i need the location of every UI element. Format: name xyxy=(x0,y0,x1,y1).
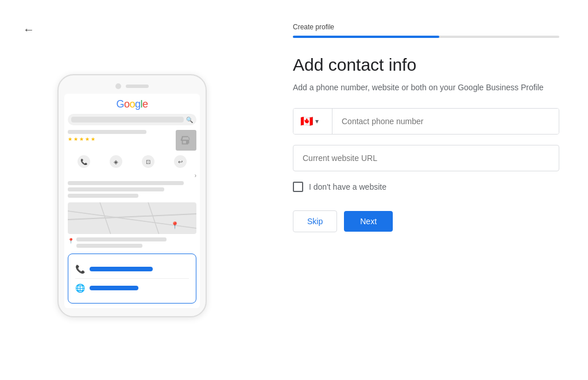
call-icon-mock: 📞 xyxy=(78,155,90,168)
progress-bar-fill xyxy=(293,36,439,38)
business-card-mock: ★ ★ ★ ★ ★ xyxy=(68,130,196,151)
next-button[interactable]: Next xyxy=(344,211,393,232)
phone-contact-line xyxy=(90,267,153,271)
svg-line-3 xyxy=(148,202,159,234)
star-3: ★ xyxy=(79,136,84,142)
phone-speaker xyxy=(126,85,149,88)
business-info-mock: ★ ★ ★ ★ ★ xyxy=(68,130,172,144)
progress-bar-container xyxy=(293,36,559,38)
back-button[interactable]: ← xyxy=(23,23,34,36)
phone-camera xyxy=(115,83,121,89)
page-title: Add contact info xyxy=(293,55,559,75)
svg-line-0 xyxy=(68,214,196,220)
share-icon-mock: ↩ xyxy=(174,155,187,168)
web-contact-line xyxy=(90,286,138,290)
country-flag-selector[interactable]: 🇨🇦 ▾ xyxy=(293,109,332,134)
mock-lines-section xyxy=(68,181,196,198)
phone-contact-row: 📞 xyxy=(75,260,189,278)
left-panel: ← Google 🔍 ★ ★ ★ xyxy=(0,0,264,380)
stars-row: ★ ★ ★ ★ ★ xyxy=(68,136,172,142)
business-store-icon xyxy=(176,130,196,151)
website-url-input[interactable] xyxy=(293,145,559,171)
save-icon-mock: ⊡ xyxy=(142,155,154,168)
url-input-container xyxy=(293,145,559,171)
phone-screen: Google 🔍 ★ ★ ★ ★ ★ xyxy=(64,94,200,308)
right-panel: Create profile Add contact info Add a ph… xyxy=(264,0,588,380)
web-contact-row: 🌐 xyxy=(75,278,189,297)
contact-bottom-card: 📞 🌐 xyxy=(68,254,196,304)
no-website-checkbox[interactable] xyxy=(293,182,303,192)
star-5: ★ xyxy=(91,136,95,142)
location-pin-icon: 📍 xyxy=(68,238,74,244)
step-label: Create profile xyxy=(293,23,559,31)
flag-emoji: 🇨🇦 xyxy=(300,115,313,128)
dropdown-arrow-icon: ▾ xyxy=(315,117,319,125)
search-bar-mock: 🔍 xyxy=(68,114,196,125)
skip-button[interactable]: Skip xyxy=(293,210,337,232)
map-area-mock: 📍 xyxy=(68,202,196,234)
star-1: ★ xyxy=(68,136,72,142)
phone-number-input[interactable] xyxy=(332,109,559,134)
phone-input-row: 🇨🇦 ▾ xyxy=(293,108,559,135)
phone-contact-icon: 📞 xyxy=(75,264,85,274)
map-pin-icon: 📍 xyxy=(171,221,179,229)
web-contact-icon: 🌐 xyxy=(75,283,85,293)
star-2: ★ xyxy=(74,136,78,142)
phone-mockup: Google 🔍 ★ ★ ★ ★ ★ xyxy=(57,74,207,317)
direction-icon-mock: ◈ xyxy=(110,155,122,168)
no-website-label: I don't have a website xyxy=(309,182,386,191)
phone-top-bar xyxy=(64,83,200,89)
buttons-row: Skip Next xyxy=(293,210,559,232)
progress-section: Create profile xyxy=(293,23,559,38)
star-4: ★ xyxy=(85,136,90,142)
chevron-right-icon: › xyxy=(68,172,196,179)
action-icons-row: 📞 ◈ ⊡ ↩ xyxy=(68,155,196,168)
subtitle-text: Add a phone number, website or both on y… xyxy=(293,83,559,92)
no-website-checkbox-row: I don't have a website xyxy=(293,182,559,192)
google-logo: Google xyxy=(68,98,196,110)
location-row-mock: 📍 xyxy=(68,237,196,250)
search-icon: 🔍 xyxy=(186,117,193,123)
